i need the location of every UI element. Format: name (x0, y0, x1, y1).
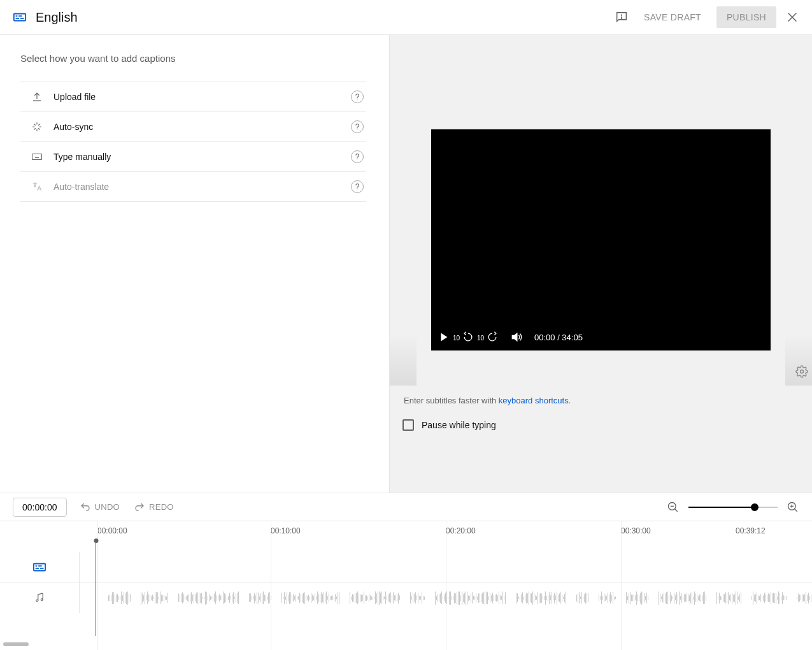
caption-options-panel: Select how you want to add captions Uplo… (0, 35, 390, 493)
option-label: Upload file (53, 92, 96, 102)
captions-track-icon[interactable] (0, 552, 79, 582)
caption-lane[interactable] (80, 552, 812, 582)
svg-marker-16 (512, 333, 517, 341)
help-icon[interactable]: ? (351, 120, 364, 133)
timeline-toolbar: 00:00:00 UNDO REDO (0, 493, 812, 521)
timeline-ruler[interactable]: 00:00:0000:10:0000:20:0000:30:0000:39:12 (80, 521, 812, 552)
option-keyboard[interactable]: Type manually? (20, 142, 366, 172)
ruler-label: 00:00:00 (97, 526, 127, 535)
ruler-label: 00:39:12 (736, 526, 766, 535)
play-button[interactable] (436, 330, 450, 344)
zoom-out-button[interactable] (667, 501, 680, 514)
zoom-slider[interactable] (688, 507, 778, 508)
svg-line-22 (795, 509, 797, 511)
sparkle-icon (31, 121, 43, 133)
zoom-handle[interactable] (751, 503, 759, 511)
option-label: Auto-sync (53, 122, 93, 132)
undo-button[interactable]: UNDO (73, 498, 126, 517)
page-title: English (36, 10, 78, 25)
volume-button[interactable] (510, 331, 523, 343)
captions-icon (13, 10, 27, 24)
ruler-label: 00:20:00 (446, 526, 476, 535)
video-preview-panel: 10 10 (390, 35, 812, 493)
pause-while-typing-checkbox[interactable] (402, 419, 414, 431)
audio-lane (80, 582, 812, 613)
help-icon[interactable]: ? (351, 150, 364, 163)
zoom-in-button[interactable] (787, 501, 799, 514)
video-frame[interactable]: 10 10 (431, 129, 771, 350)
save-draft-button[interactable]: SAVE DRAFT (637, 7, 708, 27)
svg-rect-0 (14, 14, 25, 21)
svg-point-31 (41, 599, 43, 601)
keyboard-shortcuts-link[interactable]: keyboard shortcuts (499, 396, 569, 405)
keyboard-icon (31, 151, 43, 162)
publish-button[interactable]: PUBLISH (716, 6, 776, 28)
upload-icon (31, 91, 43, 103)
help-icon[interactable]: ? (351, 180, 364, 193)
svg-point-6 (622, 18, 622, 18)
timecode-input[interactable]: 00:00:00 (13, 498, 67, 517)
svg-point-17 (801, 370, 804, 373)
option-list: Upload file?Auto-sync?Type manually?Auto… (20, 82, 366, 202)
close-button[interactable] (785, 10, 799, 24)
help-icon[interactable]: ? (351, 90, 364, 103)
audio-track-icon (0, 582, 79, 613)
time-display: 00:00 / 34:05 (534, 333, 583, 342)
ruler-label: 00:30:00 (621, 526, 651, 535)
ruler-label: 00:10:00 (271, 526, 301, 535)
option-translate: Auto-translate? (20, 172, 366, 202)
option-sparkle[interactable]: Auto-sync? (20, 112, 366, 142)
translate-icon (31, 181, 43, 192)
playhead[interactable] (96, 540, 96, 636)
settings-icon[interactable] (795, 365, 808, 380)
instructions-text: Select how you want to add captions (20, 53, 366, 64)
option-label: Auto-translate (53, 182, 109, 192)
option-label: Type manually (53, 152, 111, 162)
svg-rect-25 (34, 563, 45, 570)
feedback-icon[interactable] (615, 10, 629, 24)
svg-point-30 (36, 600, 38, 602)
option-upload[interactable]: Upload file? (20, 82, 366, 112)
timeline[interactable]: 00:00:0000:10:0000:20:0000:30:0000:39:12 (0, 521, 812, 648)
rewind-10-button[interactable]: 10 (462, 331, 474, 343)
hint-text: Enter subtitles faster with keyboard sho… (404, 396, 798, 405)
svg-rect-9 (32, 154, 42, 160)
scrollbar-thumb[interactable] (3, 642, 29, 646)
header-bar: English SAVE DRAFT PUBLISH (0, 0, 812, 35)
forward-10-button[interactable]: 10 (486, 331, 499, 343)
pause-while-typing-label: Pause while typing (422, 420, 496, 430)
redo-button[interactable]: REDO (127, 498, 180, 517)
svg-line-19 (675, 509, 678, 511)
